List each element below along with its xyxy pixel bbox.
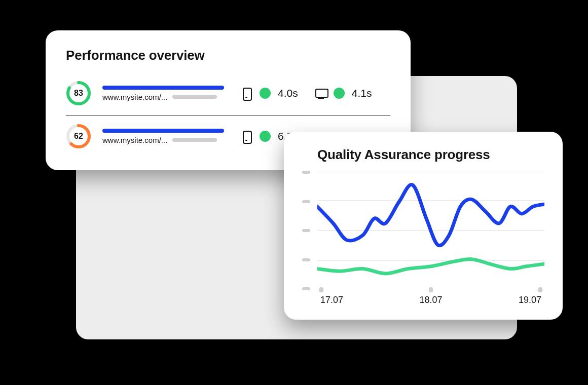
status-dot: [334, 88, 345, 99]
progress-bar: [102, 129, 224, 133]
x-label: 19.07: [519, 295, 541, 305]
placeholder-bar: [172, 95, 217, 99]
x-tick: [538, 287, 542, 292]
x-label: 18.07: [419, 295, 442, 305]
url-row: www.mysite.com/...: [102, 93, 224, 101]
performance-row: 83 www.mysite.com/... 4.0s: [66, 75, 390, 112]
url-block: www.mysite.com/...: [102, 86, 224, 101]
progress-bar: [102, 86, 224, 90]
y-tick: [302, 171, 310, 174]
score-ring: 62: [66, 124, 91, 149]
timing-value: 4.1s: [352, 87, 372, 99]
url-text: www.mysite.com/...: [102, 93, 167, 101]
x-axis: 17.07 18.07 19.07: [317, 292, 544, 307]
score-value: 62: [66, 124, 91, 149]
status-dot: [260, 131, 271, 142]
score-ring: 83: [66, 81, 91, 106]
plot-area: [317, 171, 544, 290]
x-label: 17.07: [320, 295, 343, 305]
y-tick: [302, 200, 310, 203]
y-tick: [302, 258, 310, 261]
y-tick: [302, 229, 310, 232]
url-text: www.mysite.com/...: [102, 136, 167, 144]
stage: Performance overview 83 www.mysite.com/.…: [0, 0, 588, 385]
qa-chart: 17.07 18.07 19.07: [302, 171, 544, 307]
qa-progress-card: Quality Assurance progress: [284, 132, 563, 320]
y-tick: [302, 287, 310, 290]
x-tick: [429, 287, 433, 292]
timing-value: 4.0s: [278, 87, 298, 99]
url-block: www.mysite.com/...: [102, 129, 224, 144]
phone-icon: [241, 131, 252, 142]
placeholder-bar: [172, 138, 217, 142]
measure: 4.0s: [241, 87, 298, 99]
measure: 4.1s: [315, 87, 372, 99]
score-value: 83: [66, 81, 91, 106]
desktop-icon: [315, 88, 326, 99]
y-ticks: [302, 171, 313, 290]
x-marks: [317, 287, 544, 292]
status-dot: [260, 88, 271, 99]
qa-title: Quality Assurance progress: [317, 147, 544, 163]
url-row: www.mysite.com/...: [102, 136, 224, 144]
row-divider: [66, 115, 390, 115]
x-tick: [319, 287, 323, 292]
phone-icon: [241, 88, 252, 99]
performance-title: Performance overview: [66, 48, 390, 63]
